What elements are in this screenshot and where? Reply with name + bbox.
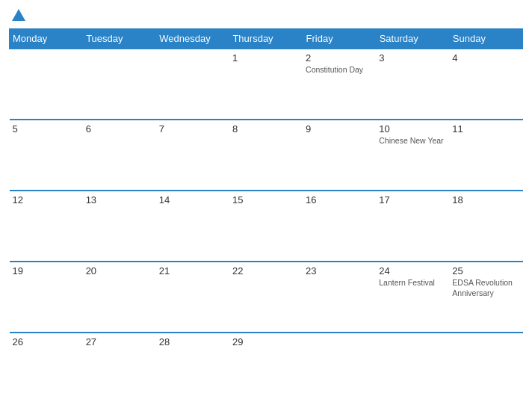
calendar-cell: 15 xyxy=(229,191,303,262)
event-text: Lantern Festival xyxy=(379,278,446,288)
calendar-tbody: 12Constitution Day345678910Chinese New Y… xyxy=(10,49,523,404)
calendar-week-row: 12131415161718 xyxy=(10,191,523,262)
calendar-cell: 10Chinese New Year xyxy=(376,120,449,191)
weekday-header-saturday: Saturday xyxy=(376,29,449,49)
svg-marker-0 xyxy=(12,9,25,21)
calendar-cell: 6 xyxy=(83,120,156,191)
event-text: Chinese New Year xyxy=(379,136,446,146)
weekday-header-friday: Friday xyxy=(303,29,376,49)
calendar-week-row: 5678910Chinese New Year11 xyxy=(10,120,523,191)
day-number: 12 xyxy=(13,194,80,206)
calendar-cell: 20 xyxy=(83,262,156,333)
day-number: 11 xyxy=(452,123,519,135)
calendar-cell: 16 xyxy=(303,191,376,262)
weekday-header-monday: Monday xyxy=(10,29,83,49)
calendar-cell: 27 xyxy=(83,333,156,404)
calendar-cell: 12 xyxy=(10,191,83,262)
day-number: 6 xyxy=(86,123,153,135)
day-number: 26 xyxy=(13,336,80,347)
calendar-cell xyxy=(303,333,376,404)
calendar-cell: 25EDSA Revolution Anniversary xyxy=(449,262,522,333)
weekday-header-thursday: Thursday xyxy=(229,29,303,49)
calendar-header xyxy=(9,7,523,24)
day-number: 27 xyxy=(86,336,153,347)
weekday-header-wednesday: Wednesday xyxy=(156,29,229,49)
day-number: 23 xyxy=(306,265,373,276)
weekday-header-row: MondayTuesdayWednesdayThursdayFridaySatu… xyxy=(10,29,523,49)
calendar-week-row: 26272829 xyxy=(10,333,523,404)
calendar-container: MondayTuesdayWednesdayThursdayFridaySatu… xyxy=(0,0,532,411)
logo xyxy=(9,7,27,24)
calendar-cell: 8 xyxy=(229,120,303,191)
day-number: 29 xyxy=(232,336,300,347)
calendar-week-row: 12Constitution Day34 xyxy=(10,49,523,120)
calendar-cell: 13 xyxy=(83,191,156,262)
calendar-cell xyxy=(156,49,229,120)
day-number: 15 xyxy=(232,194,300,206)
weekday-header-tuesday: Tuesday xyxy=(83,29,156,49)
day-number: 14 xyxy=(159,194,226,206)
calendar-cell: 21 xyxy=(156,262,229,333)
day-number: 7 xyxy=(159,123,226,135)
calendar-cell: 18 xyxy=(449,191,522,262)
calendar-cell: 14 xyxy=(156,191,229,262)
calendar-cell: 9 xyxy=(303,120,376,191)
event-text: EDSA Revolution Anniversary xyxy=(452,278,519,298)
event-text: Constitution Day xyxy=(306,65,373,75)
calendar-cell: 4 xyxy=(449,49,522,120)
calendar-table: MondayTuesdayWednesdayThursdayFridaySatu… xyxy=(9,28,523,404)
calendar-week-row: 192021222324Lantern Festival25EDSA Revol… xyxy=(10,262,523,333)
calendar-cell: 19 xyxy=(10,262,83,333)
calendar-cell: 3 xyxy=(376,49,449,120)
calendar-cell xyxy=(83,49,156,120)
calendar-thead: MondayTuesdayWednesdayThursdayFridaySatu… xyxy=(10,29,523,49)
day-number: 1 xyxy=(232,52,300,64)
calendar-cell: 24Lantern Festival xyxy=(376,262,449,333)
day-number: 16 xyxy=(306,194,373,206)
day-number: 20 xyxy=(86,265,153,276)
day-number: 5 xyxy=(13,123,80,135)
day-number: 25 xyxy=(452,265,519,276)
day-number: 4 xyxy=(452,52,519,64)
calendar-cell: 7 xyxy=(156,120,229,191)
day-number: 3 xyxy=(379,52,446,64)
calendar-cell: 26 xyxy=(10,333,83,404)
calendar-cell: 17 xyxy=(376,191,449,262)
day-number: 22 xyxy=(232,265,300,276)
calendar-cell xyxy=(376,333,449,404)
calendar-cell: 5 xyxy=(10,120,83,191)
day-number: 28 xyxy=(159,336,226,347)
day-number: 10 xyxy=(379,123,446,135)
logo-icon xyxy=(10,7,27,24)
day-number: 18 xyxy=(452,194,519,206)
day-number: 17 xyxy=(379,194,446,206)
day-number: 2 xyxy=(306,52,373,64)
day-number: 9 xyxy=(306,123,373,135)
calendar-cell: 29 xyxy=(229,333,303,404)
calendar-cell: 28 xyxy=(156,333,229,404)
calendar-cell: 2Constitution Day xyxy=(303,49,376,120)
weekday-header-sunday: Sunday xyxy=(449,29,522,49)
day-number: 21 xyxy=(159,265,226,276)
calendar-cell xyxy=(449,333,522,404)
calendar-cell xyxy=(10,49,83,120)
calendar-cell: 11 xyxy=(449,120,522,191)
calendar-cell: 1 xyxy=(229,49,303,120)
calendar-cell: 22 xyxy=(229,262,303,333)
calendar-cell: 23 xyxy=(303,262,376,333)
day-number: 13 xyxy=(86,194,153,206)
day-number: 8 xyxy=(232,123,300,135)
day-number: 19 xyxy=(13,265,80,276)
day-number: 24 xyxy=(379,265,446,276)
